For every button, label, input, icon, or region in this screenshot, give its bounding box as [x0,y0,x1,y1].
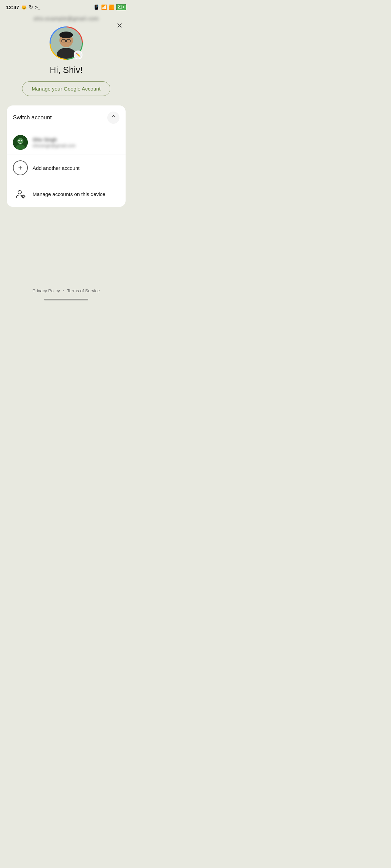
footer-links: Privacy Policy • Terms of Service [33,288,100,293]
account-avatar-svg [13,135,28,150]
svg-line-20 [24,198,24,198]
collapse-switch-button[interactable]: ⌃ [107,112,119,124]
svg-point-13 [18,191,21,194]
plus-icon: + [18,164,23,172]
status-bar: 12:47 🐱 ↻ >_ 📳 📶 📶 21+ [0,0,132,12]
status-right: 📳 📶 📶 21+ [94,4,126,10]
refresh-icon: ↻ [29,4,33,10]
status-left: 12:47 🐱 ↻ >_ [6,4,40,10]
wifi-icon: 📶 [101,4,107,10]
vibrate-icon: 📳 [94,4,99,10]
svg-line-22 [22,198,22,198]
manage-device-row[interactable]: Manage accounts on this device [7,181,126,207]
svg-line-19 [22,195,22,196]
footer-separator: • [63,288,64,293]
greeting-text: Hi, Shiv! [50,65,83,75]
manage-account-button[interactable]: Manage your Google Account [22,81,111,96]
close-icon: ✕ [116,21,123,30]
pencil-icon: ✏️ [76,53,81,57]
close-button[interactable]: ✕ [113,20,126,32]
terms-of-service-link[interactable]: Terms of Service [67,288,100,293]
footer: Privacy Policy • Terms of Service [7,281,126,309]
email-display: shiv.example@gmail.com [34,16,99,21]
current-account-row[interactable]: Shiv Singh shivsingh@gmail.com [7,130,126,155]
add-account-row[interactable]: + Add another account [7,155,126,181]
switch-account-card: Switch account ⌃ Shiv Singh [7,105,126,207]
svg-point-4 [59,32,73,38]
svg-line-21 [24,195,24,196]
battery-icon: 21+ [116,4,126,10]
privacy-policy-link[interactable]: Privacy Policy [33,288,60,293]
terminal-icon: >_ [35,5,40,10]
avatar-wrapper: ✏️ [49,26,83,60]
switch-account-title: Switch account [13,114,52,121]
switch-account-header: Switch account ⌃ [7,105,126,130]
signal-icon: 📶 [109,4,114,10]
main-content: shiv.example@gmail.com [0,12,132,309]
current-account-avatar [13,135,28,150]
add-account-icon: + [13,160,28,175]
svg-point-11 [18,140,20,141]
cat-icon: 🐱 [21,4,27,10]
manage-accounts-svg [15,189,25,199]
manage-accounts-icon [13,186,28,201]
home-indicator [44,299,88,300]
account-name: Shiv Singh [33,137,76,142]
edit-avatar-badge[interactable]: ✏️ [74,51,82,59]
account-info: Shiv Singh shivsingh@gmail.com [33,137,76,148]
add-account-label: Add another account [33,165,79,171]
chevron-up-icon: ⌃ [111,114,116,121]
status-time: 12:47 [6,4,19,10]
manage-device-label: Manage accounts on this device [33,191,105,197]
account-email: shivsingh@gmail.com [33,143,76,148]
svg-point-12 [21,140,22,141]
